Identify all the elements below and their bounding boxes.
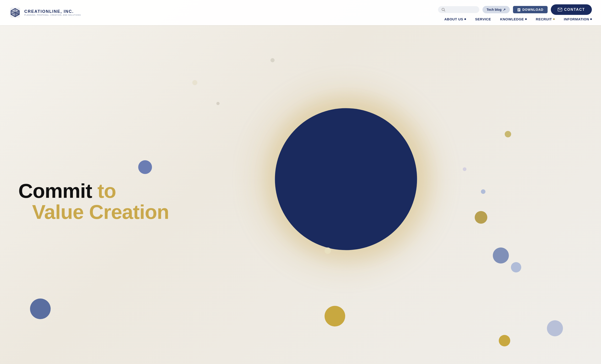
deco-dot-4 (325, 248, 331, 254)
download-label: DOWNLOAD (522, 8, 543, 11)
contact-button[interactable]: CONTACT (551, 4, 592, 15)
tech-blog-button[interactable]: Tech blog ↗ (482, 6, 510, 13)
logo-text-block: CREATIONLINE, INC. PLANNING, PROPOSAL, C… (24, 9, 81, 16)
deco-dot-5 (475, 211, 487, 224)
hero-value-creation-highlight: Value Creation (32, 201, 169, 223)
logo-area[interactable]: CREATIONLINE, INC. PLANNING, PROPOSAL, C… (9, 7, 81, 19)
nav-information[interactable]: INFORMATION (564, 17, 592, 21)
search-icon (441, 8, 445, 12)
deco-dot-9 (481, 189, 485, 194)
deco-dot-6 (493, 248, 509, 264)
deco-dot-8 (505, 131, 511, 137)
hero-to-highlight: to (97, 180, 116, 202)
deco-dot-11 (325, 306, 345, 326)
hero-content: Commit to Value Creation (0, 167, 169, 223)
nav-knowledge-label: KNOWLEDGE (500, 17, 524, 21)
nav-recruit-label: RECRUIT (536, 17, 552, 21)
nav-knowledge[interactable]: KNOWLEDGE (500, 17, 527, 21)
top-bar: Tech blog ↗ DOWNLOAD CONTACT (438, 4, 592, 15)
logo-tagline: PLANNING, PROPOSAL, CREATION, AND SOLUTI… (24, 14, 81, 16)
deco-dot-13 (547, 320, 563, 336)
deco-dot-14 (499, 335, 510, 346)
logo-icon (9, 7, 21, 19)
search-input[interactable] (447, 8, 476, 11)
nav-information-label: INFORMATION (564, 17, 589, 21)
logo-name: CREATIONLINE, INC. (24, 9, 81, 14)
deco-dot-10 (511, 262, 521, 272)
nav-recruit[interactable]: RECRUIT (536, 17, 555, 21)
deco-dot-3 (30, 298, 51, 319)
nav-knowledge-dot (525, 18, 527, 20)
download-button[interactable]: DOWNLOAD (513, 6, 548, 13)
deco-dot-12 (270, 58, 275, 62)
hero-section: Commit to Value Creation (0, 0, 601, 364)
nav-information-dot (590, 18, 592, 20)
mail-icon (558, 8, 562, 11)
hero-title-line2: Value Creation (18, 201, 169, 222)
nav-about-us-label: ABOUT US (444, 17, 463, 21)
tech-blog-arrow-icon: ↗ (503, 8, 506, 11)
search-bar[interactable] (438, 6, 479, 13)
header-right: Tech blog ↗ DOWNLOAD CONTACT (438, 4, 592, 21)
main-nav: ABOUT US SERVICE KNOWLEDGE RECRUIT INFOR… (444, 17, 592, 21)
download-icon (517, 8, 521, 11)
nav-service[interactable]: SERVICE (475, 17, 491, 21)
deco-dot-2 (216, 102, 220, 105)
nav-service-label: SERVICE (475, 17, 491, 21)
nav-recruit-dot (553, 18, 555, 20)
nav-about-us[interactable]: ABOUT US (444, 17, 466, 21)
tech-blog-label: Tech blog (487, 8, 501, 11)
deco-dot-1 (192, 80, 197, 85)
hero-title-line1: Commit to (18, 180, 169, 201)
svg-line-9 (444, 10, 445, 11)
deco-dot-7 (463, 167, 466, 171)
nav-about-us-dot (464, 18, 466, 20)
hero-big-circle (275, 108, 417, 250)
contact-label: CONTACT (564, 8, 585, 12)
header: CREATIONLINE, INC. PLANNING, PROPOSAL, C… (0, 0, 601, 25)
